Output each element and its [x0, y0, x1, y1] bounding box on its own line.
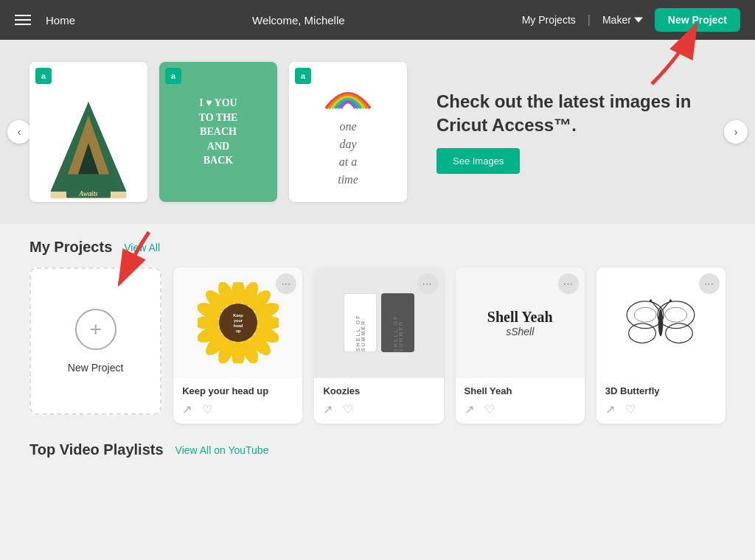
- project-info-koozies: Koozies ↗ ♡: [314, 378, 443, 424]
- project-card-koozies[interactable]: ··· SHELL OF SUMMER SHELL OF SUMMER Kooz…: [314, 267, 443, 424]
- svg-text:your: your: [234, 318, 243, 323]
- view-all-youtube-link[interactable]: View All on YouTube: [175, 444, 269, 456]
- banner-card-2[interactable]: a I ♥ YOUTO THEBEACHANDBACK: [159, 62, 277, 202]
- svg-text:head: head: [233, 323, 243, 328]
- svg-point-34: [666, 323, 693, 343]
- cricut-badge-1: a: [35, 68, 52, 84]
- app-header: Home Welcome, Michelle My Projects | Mak…: [0, 0, 755, 40]
- project-actions-shell-yeah: ↗ ♡: [465, 402, 576, 416]
- svg-point-41: [665, 307, 687, 322]
- svg-point-35: [658, 309, 664, 337]
- banner-card-1[interactable]: a ADVENTURE A: [29, 62, 147, 202]
- project-card-sunflower[interactable]: ···: [173, 267, 302, 424]
- share-icon-sunflower[interactable]: ↗: [182, 402, 192, 416]
- my-projects-link[interactable]: My Projects: [522, 14, 576, 26]
- projects-section-header: My Projects View All: [29, 239, 726, 256]
- project-name-sunflower: Keep your head up: [182, 385, 293, 396]
- svg-point-33: [658, 301, 695, 329]
- header-right: My Projects | Maker New Project: [522, 8, 740, 32]
- project-thumb-sunflower: ···: [173, 267, 302, 378]
- heart-icon-sunflower[interactable]: ♡: [202, 402, 212, 416]
- project-card-shell-yeah[interactable]: ··· Shell Yeah sShell Shell Yeah ↗ ♡: [456, 267, 585, 424]
- view-all-projects-link[interactable]: View All: [124, 242, 160, 253]
- project-card-butterfly[interactable]: ···: [596, 267, 726, 424]
- project-thumb-butterfly: ···: [596, 267, 726, 378]
- projects-title: My Projects: [29, 239, 112, 256]
- maker-dropdown[interactable]: Maker: [602, 14, 643, 26]
- home-link[interactable]: Home: [46, 14, 75, 27]
- heart-icon-shell-yeah[interactable]: ♡: [484, 402, 495, 416]
- main-content: My Projects View All + New Project: [0, 224, 755, 473]
- welcome-text: Welcome, Michelle: [90, 14, 507, 27]
- project-info-butterfly: 3D Butterfly ↗ ♡: [596, 378, 726, 424]
- share-icon-butterfly[interactable]: ↗: [605, 402, 615, 416]
- svg-point-39: [669, 299, 672, 301]
- project-info-shell-yeah: Shell Yeah ↗ ♡: [456, 378, 585, 424]
- cricut-badge-3: a: [295, 68, 311, 84]
- new-project-button[interactable]: New Project: [655, 8, 740, 32]
- project-name-koozies: Koozies: [323, 385, 434, 396]
- banner-headline: Check out the latest images in Cricut Ac…: [436, 90, 726, 136]
- bottom-section: Top Video Playlists View All on YouTube: [29, 441, 726, 458]
- svg-point-40: [635, 307, 657, 322]
- project-name-butterfly: 3D Butterfly: [605, 385, 717, 396]
- project-name-shell-yeah: Shell Yeah: [465, 385, 576, 396]
- heart-icon-butterfly[interactable]: ♡: [625, 402, 636, 416]
- project-info-sunflower: Keep your head up ↗ ♡: [173, 378, 302, 424]
- heart-icon-koozies[interactable]: ♡: [343, 402, 353, 416]
- see-images-button[interactable]: See Images: [436, 148, 520, 174]
- project-thumb-koozies: ··· SHELL OF SUMMER SHELL OF SUMMER: [314, 267, 443, 378]
- header-divider: |: [588, 13, 591, 27]
- banner-info: Check out the latest images in Cricut Ac…: [422, 90, 726, 173]
- project-actions-sunflower: ↗ ♡: [182, 402, 293, 416]
- project-thumb-shell-yeah: ··· Shell Yeah sShell: [456, 267, 585, 378]
- video-playlists-title: Top Video Playlists: [29, 441, 164, 458]
- svg-point-32: [629, 323, 656, 343]
- project-options-butterfly[interactable]: ···: [699, 273, 720, 294]
- project-actions-butterfly: ↗ ♡: [605, 402, 717, 416]
- svg-point-31: [627, 301, 664, 329]
- plus-icon: +: [75, 309, 116, 350]
- project-options-shell-yeah[interactable]: ···: [558, 273, 579, 294]
- banner-cards: a ADVENTURE A: [29, 62, 407, 202]
- new-project-card-label: New Project: [68, 362, 123, 374]
- project-actions-koozies: ↗ ♡: [323, 402, 434, 416]
- svg-line-38: [663, 301, 670, 310]
- banner-prev-button[interactable]: ‹: [7, 120, 31, 144]
- svg-point-37: [650, 299, 652, 301]
- share-icon-shell-yeah[interactable]: ↗: [465, 402, 474, 416]
- hamburger-menu[interactable]: [15, 15, 31, 25]
- banner-next-button[interactable]: ›: [724, 120, 748, 144]
- banner-card-3[interactable]: a onedayat atime: [289, 62, 407, 202]
- svg-line-36: [652, 301, 659, 310]
- cricut-badge-2: a: [165, 68, 181, 84]
- svg-text:Keep: Keep: [233, 313, 243, 318]
- new-project-card[interactable]: + New Project: [29, 267, 161, 415]
- project-options-koozies[interactable]: ···: [417, 273, 438, 294]
- svg-text:Awaits: Awaits: [78, 190, 98, 197]
- projects-grid: + New Project ···: [29, 267, 726, 424]
- svg-text:ADVENTURE: ADVENTURE: [65, 180, 112, 188]
- banner-section: ‹ a ADVENT: [0, 40, 755, 224]
- svg-text:up: up: [235, 329, 240, 333]
- share-icon-koozies[interactable]: ↗: [323, 402, 333, 416]
- svg-point-26: [219, 304, 257, 342]
